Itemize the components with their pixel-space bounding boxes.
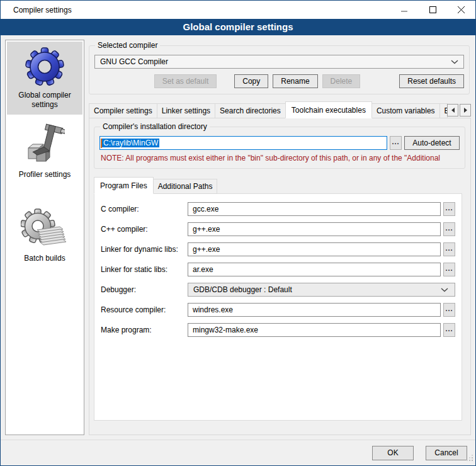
compiler-select-value: GNU GCC Compiler <box>100 57 168 66</box>
field-row-cpp-compiler: C++ compiler: g++.exe ... <box>101 222 455 236</box>
gear-stack-icon <box>21 208 69 252</box>
make-program-browse-button[interactable]: ... <box>443 323 455 337</box>
maximize-icon <box>429 6 436 13</box>
program-files-panel: C compiler: gcc.exe ... C++ compiler: g+… <box>94 193 462 421</box>
caption-buttons <box>390 1 475 19</box>
cpp-compiler-input[interactable]: g++.exe <box>188 222 441 236</box>
reset-defaults-button[interactable]: Reset defaults <box>399 74 464 88</box>
resource-compiler-browse-button[interactable]: ... <box>443 303 455 317</box>
window-title: Compiler settings <box>1 6 72 14</box>
c-compiler-input[interactable]: gcc.exe <box>188 202 441 216</box>
installation-directory-row: C:\raylib\MinGW ... Auto-detect <box>99 136 460 150</box>
dynamic-linker-input[interactable]: g++.exe <box>188 242 441 256</box>
caliper-icon <box>25 123 65 168</box>
copy-button[interactable]: Copy <box>234 74 268 88</box>
selected-compiler-group: Selected compiler GNU GCC Compiler Set a… <box>89 45 470 94</box>
program-tab-bar: Program Files Additional Paths <box>94 177 466 194</box>
field-label: Make program: <box>101 326 188 334</box>
directory-browse-button[interactable]: ... <box>390 136 402 150</box>
field-label: C compiler: <box>101 205 188 213</box>
compiler-buttons-row: Set as default Copy Rename Delete Reset … <box>94 74 464 88</box>
input-value: windres.exe <box>193 305 233 314</box>
chevron-down-icon <box>441 288 450 292</box>
selected-text: C:\raylib\MinGW <box>102 139 159 147</box>
sidebar-item-label: Batch builds <box>24 254 65 263</box>
installation-directory-group: Compiler's installation directory C:\ray… <box>94 127 465 169</box>
field-label: Linker for dynamic libs: <box>101 245 188 254</box>
field-row-resource-compiler: Resource compiler: windres.exe ... <box>101 303 455 317</box>
tab-compiler-settings[interactable]: Compiler settings <box>89 103 157 118</box>
tab-build-options[interactable]: Build <box>439 103 448 118</box>
group-label: Selected compiler <box>95 41 160 50</box>
dialog-footer: OK Cancel <box>1 440 475 465</box>
tab-additional-paths[interactable]: Additional Paths <box>153 179 218 194</box>
main-content: Selected compiler GNU GCC Compiler Set a… <box>89 40 471 435</box>
field-row-dynamic-linker: Linker for dynamic libs: g++.exe ... <box>101 242 455 256</box>
sidebar-item-label: Global compiler settings <box>8 91 81 110</box>
note-text: NOTE: All programs must exist either in … <box>101 154 458 162</box>
field-row-c-compiler: C compiler: gcc.exe ... <box>101 202 455 216</box>
tab-toolchain-executables[interactable]: Toolchain executables <box>285 101 372 118</box>
field-row-make-program: Make program: mingw32-make.exe ... <box>101 323 455 337</box>
compiler-select[interactable]: GNU GCC Compiler <box>94 55 464 69</box>
ok-button[interactable]: OK <box>372 446 414 460</box>
triangle-right-icon <box>464 108 467 113</box>
tab-program-files[interactable]: Program Files <box>94 177 154 194</box>
input-value: g++.exe <box>193 245 220 254</box>
minimize-button[interactable] <box>390 1 419 19</box>
input-value: g++.exe <box>193 225 220 234</box>
auto-detect-button[interactable]: Auto-detect <box>404 136 460 150</box>
tab-linker-settings[interactable]: Linker settings <box>157 103 215 118</box>
settings-sidebar: Global compiler settings <box>5 40 84 435</box>
tab-scroll-right-button[interactable] <box>460 104 471 116</box>
chevron-down-icon <box>451 60 461 64</box>
rename-button[interactable]: Rename <box>273 74 317 88</box>
group-label: Compiler's installation directory <box>100 122 210 131</box>
field-row-static-linker: Linker for static libs: ar.exe ... <box>101 263 455 276</box>
make-program-input[interactable]: mingw32-make.exe <box>188 323 441 337</box>
sidebar-item-profiler-settings[interactable]: Profiler settings <box>7 118 82 185</box>
delete-button: Delete <box>322 74 361 88</box>
dynamic-linker-browse-button[interactable]: ... <box>443 242 455 256</box>
compiler-settings-dialog: Compiler settings Global compiler settin… <box>0 0 476 466</box>
dialog-body: Global compiler settings <box>1 35 475 440</box>
debugger-select[interactable]: GDB/CDB debugger : Default <box>188 283 455 297</box>
minimize-icon <box>401 6 408 13</box>
tab-scroll-arrows <box>447 104 471 116</box>
static-linker-input[interactable]: ar.exe <box>188 263 441 276</box>
installation-directory-input[interactable]: C:\raylib\MinGW <box>99 136 387 150</box>
cancel-button[interactable]: Cancel <box>426 446 467 460</box>
field-label: Resource compiler: <box>101 305 188 314</box>
sidebar-item-batch-builds[interactable]: Batch builds <box>7 203 82 268</box>
gear-blue-icon <box>25 46 65 89</box>
sidebar-item-label: Profiler settings <box>19 170 71 179</box>
settings-tab-bar: Compiler settings Linker settings Search… <box>89 101 471 118</box>
static-linker-browse-button[interactable]: ... <box>443 263 455 276</box>
field-label: Linker for static libs: <box>101 265 188 274</box>
field-row-debugger: Debugger: GDB/CDB debugger : Default <box>101 283 455 297</box>
maximize-button[interactable] <box>419 1 447 19</box>
select-value: GDB/CDB debugger : Default <box>193 285 292 294</box>
tab-search-directories[interactable]: Search directories <box>215 103 286 118</box>
field-label: Debugger: <box>101 285 188 294</box>
field-label: C++ compiler: <box>101 225 188 234</box>
titlebar: Compiler settings <box>1 1 475 19</box>
set-as-default-button: Set as default <box>154 74 217 88</box>
triangle-left-icon <box>451 108 455 113</box>
resource-compiler-input[interactable]: windres.exe <box>188 303 441 317</box>
input-value: mingw32-make.exe <box>193 326 258 334</box>
toolchain-executables-page: Compiler's installation directory C:\ray… <box>89 118 471 435</box>
page-title: Global compiler settings <box>1 19 475 35</box>
tab-custom-variables[interactable]: Custom variables <box>371 103 440 118</box>
resize-grip[interactable] <box>467 455 473 463</box>
close-button[interactable] <box>447 1 475 19</box>
input-value: ar.exe <box>193 265 213 274</box>
input-value: gcc.exe <box>193 205 218 213</box>
close-icon <box>458 6 465 14</box>
cpp-compiler-browse-button[interactable]: ... <box>443 222 455 236</box>
tab-scroll-left-button[interactable] <box>447 104 458 116</box>
c-compiler-browse-button[interactable]: ... <box>443 202 455 216</box>
sidebar-item-global-compiler-settings[interactable]: Global compiler settings <box>7 42 82 115</box>
